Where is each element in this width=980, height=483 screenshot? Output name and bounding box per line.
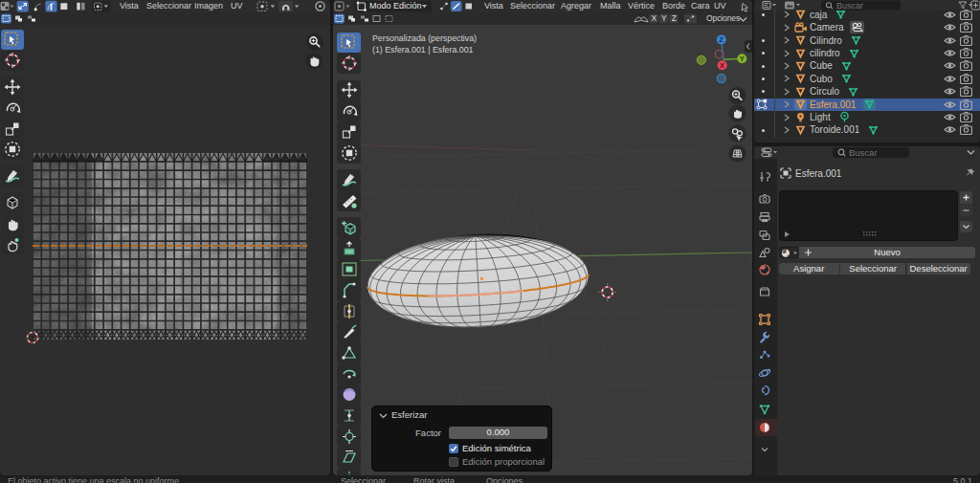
svg-text:Y: Y xyxy=(739,55,744,63)
svg-text:X: X xyxy=(652,13,657,23)
svg-text:Buscar: Buscar xyxy=(849,147,878,158)
svg-text:X: X xyxy=(720,61,724,70)
svg-text:Y: Y xyxy=(661,13,667,23)
svg-text:Z: Z xyxy=(719,35,724,44)
svg-text:Z: Z xyxy=(672,13,677,23)
